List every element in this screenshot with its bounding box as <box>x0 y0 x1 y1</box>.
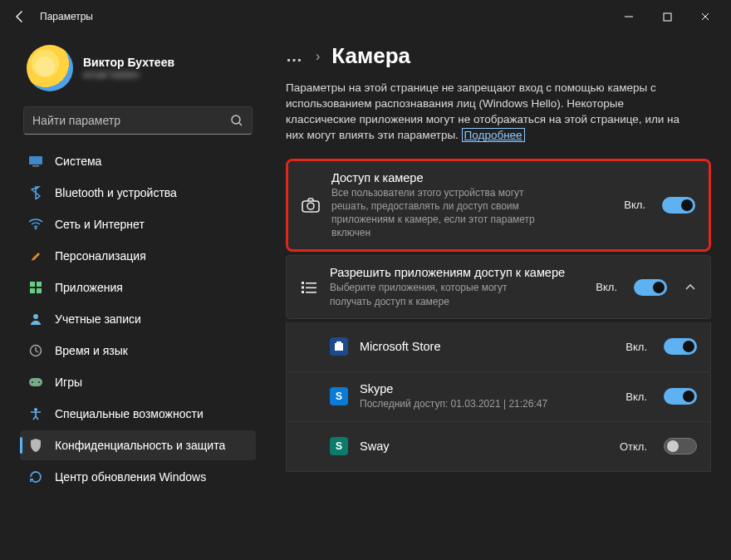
svg-rect-17 <box>302 282 304 284</box>
app-access-subtitle: Выберите приложения, которые могут получ… <box>330 281 546 307</box>
window-title: Параметры <box>40 11 93 22</box>
svg-rect-8 <box>37 288 42 293</box>
minimize-button[interactable] <box>610 3 648 30</box>
app-toggle-msstore[interactable] <box>664 338 697 355</box>
nav-games[interactable]: Игры <box>20 367 256 397</box>
svg-rect-0 <box>664 13 671 21</box>
svg-rect-3 <box>32 165 39 167</box>
app-state: Вкл. <box>626 391 647 403</box>
svg-rect-18 <box>306 282 316 284</box>
back-button[interactable] <box>7 3 33 30</box>
svg-point-4 <box>35 228 37 230</box>
search-input[interactable] <box>32 114 230 127</box>
svg-rect-24 <box>336 341 341 344</box>
app-toggle-skype[interactable] <box>664 388 697 405</box>
update-icon <box>28 469 43 484</box>
learn-more-link[interactable]: Подробнее <box>462 128 525 142</box>
brush-icon <box>28 248 43 263</box>
app-row-sway[interactable]: S Sway Откл. <box>286 422 711 472</box>
bluetooth-icon <box>28 185 43 200</box>
search-icon <box>230 114 243 127</box>
clock-icon <box>28 343 43 358</box>
nav-apps[interactable]: Приложения <box>20 273 256 302</box>
app-toggle-sway[interactable] <box>664 438 697 454</box>
profile-email: email hidden <box>83 69 174 81</box>
nav-personalization[interactable]: Персонализация <box>20 241 256 271</box>
person-icon <box>28 312 43 327</box>
svg-rect-19 <box>302 286 304 288</box>
svg-rect-20 <box>306 287 316 288</box>
svg-rect-22 <box>306 292 316 293</box>
app-sub: Последний доступ: 01.03.2021 | 21:26:47 <box>360 397 576 410</box>
svg-point-16 <box>307 203 314 209</box>
svg-rect-11 <box>29 378 42 386</box>
svg-rect-5 <box>30 282 35 287</box>
accessibility-icon <box>28 406 43 421</box>
camera-access-title: Доступ к камере <box>331 171 612 184</box>
chevron-right-icon: › <box>316 49 320 64</box>
card-camera-access[interactable]: Доступ к камере Все пользователи этого у… <box>288 161 709 250</box>
nav-accessibility[interactable]: Специальные возможности <box>20 399 256 429</box>
avatar <box>27 45 73 91</box>
apps-icon <box>28 280 43 295</box>
app-access-toggle[interactable] <box>634 279 667 296</box>
profile[interactable]: Виктор Бухтеев email hidden <box>20 40 256 103</box>
app-name: Microsoft Store <box>360 340 614 353</box>
svg-rect-21 <box>302 291 304 293</box>
nav-privacy[interactable]: Конфиденциальность и защита <box>20 430 256 460</box>
svg-point-13 <box>38 381 40 383</box>
app-name: Sway <box>360 440 608 453</box>
highlight-box: Доступ к камере Все пользователи этого у… <box>286 159 711 253</box>
nav-accounts[interactable]: Учетные записи <box>20 304 256 334</box>
nav-bluetooth[interactable]: Bluetooth и устройства <box>20 178 256 208</box>
svg-rect-7 <box>30 288 35 293</box>
app-row-skype[interactable]: S Skype Последний доступ: 01.03.2021 | 2… <box>286 372 711 422</box>
svg-point-12 <box>32 381 33 383</box>
camera-access-state: Вкл. <box>624 199 645 211</box>
wifi-icon <box>28 217 43 232</box>
app-state: Откл. <box>620 440 647 453</box>
close-button[interactable] <box>686 3 724 30</box>
search-box[interactable] <box>23 106 253 135</box>
maximize-button[interactable] <box>648 3 686 30</box>
app-state: Вкл. <box>626 341 647 353</box>
intro-text: Параметры на этой странице не запрещают … <box>286 81 684 144</box>
svg-point-14 <box>34 408 37 411</box>
card-app-access[interactable]: Разрешить приложениям доступ к камере Вы… <box>286 255 711 318</box>
gamepad-icon <box>28 375 43 390</box>
app-access-title: Разрешить приложениям доступ к камере <box>330 266 584 279</box>
camera-access-subtitle: Все пользователи этого устройства могут … <box>331 186 547 240</box>
list-icon <box>300 281 318 294</box>
camera-icon <box>302 198 320 213</box>
camera-access-toggle[interactable] <box>662 197 695 214</box>
breadcrumb-more[interactable]: … <box>286 47 304 66</box>
profile-name: Виктор Бухтеев <box>83 56 174 69</box>
svg-rect-6 <box>37 282 42 287</box>
svg-rect-2 <box>29 156 42 165</box>
system-icon <box>28 154 43 169</box>
sway-icon: S <box>330 437 348 455</box>
chevron-up-icon[interactable] <box>684 284 697 291</box>
app-row-msstore[interactable]: Microsoft Store Вкл. <box>286 322 711 372</box>
nav-update[interactable]: Центр обновления Windows <box>20 462 256 492</box>
svg-point-9 <box>33 314 38 319</box>
app-name: Skype <box>360 382 614 395</box>
shield-icon <box>28 438 43 453</box>
nav-network[interactable]: Сеть и Интернет <box>20 209 256 239</box>
msstore-icon <box>330 337 348 356</box>
nav-time-language[interactable]: Время и язык <box>20 336 256 366</box>
app-access-state: Вкл. <box>596 281 617 293</box>
svg-point-1 <box>232 115 240 124</box>
page-title: Камера <box>331 43 410 69</box>
svg-rect-23 <box>335 343 343 351</box>
nav-system[interactable]: Система <box>20 146 256 176</box>
skype-icon: S <box>330 387 348 405</box>
